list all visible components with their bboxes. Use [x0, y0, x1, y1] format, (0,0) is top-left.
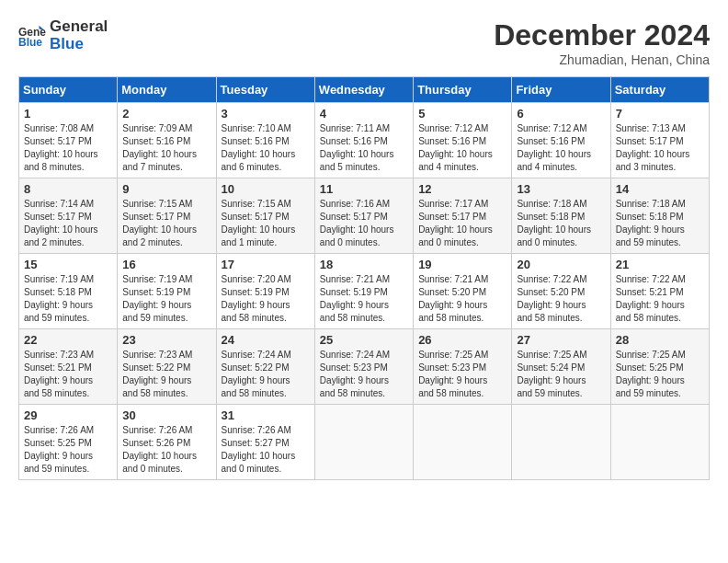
calendar-day-cell: 23Sunrise: 7:23 AM Sunset: 5:22 PM Dayli… [118, 329, 216, 405]
day-number: 29 [24, 408, 112, 422]
calendar-day-cell: 17Sunrise: 7:20 AM Sunset: 5:19 PM Dayli… [216, 254, 314, 329]
day-number: 12 [418, 182, 506, 196]
calendar-day-cell: 20Sunrise: 7:22 AM Sunset: 5:20 PM Dayli… [512, 254, 610, 329]
calendar-day-cell: 12Sunrise: 7:17 AM Sunset: 5:17 PM Dayli… [414, 178, 512, 254]
day-number: 13 [517, 182, 605, 196]
calendar-day-cell: 13Sunrise: 7:18 AM Sunset: 5:18 PM Dayli… [512, 178, 610, 254]
day-info: Sunrise: 7:11 AM Sunset: 5:16 PM Dayligh… [320, 122, 408, 174]
day-number: 5 [418, 107, 506, 121]
day-info: Sunrise: 7:18 AM Sunset: 5:18 PM Dayligh… [517, 198, 605, 249]
day-info: Sunrise: 7:19 AM Sunset: 5:19 PM Dayligh… [122, 273, 210, 325]
day-number: 20 [517, 258, 605, 271]
day-number: 7 [616, 107, 704, 121]
calendar-day-cell: 25Sunrise: 7:24 AM Sunset: 5:23 PM Dayli… [314, 329, 413, 405]
title-block: December 2024 Zhumadian, Henan, China [494, 18, 710, 67]
calendar-week-row: 1Sunrise: 7:08 AM Sunset: 5:17 PM Daylig… [19, 103, 710, 178]
calendar-day-cell: 16Sunrise: 7:19 AM Sunset: 5:19 PM Dayli… [118, 254, 216, 329]
day-number: 24 [222, 333, 310, 347]
day-number: 21 [616, 258, 704, 271]
day-number: 14 [616, 182, 704, 196]
day-info: Sunrise: 7:26 AM Sunset: 5:25 PM Dayligh… [24, 424, 112, 476]
weekday-header: Friday [512, 77, 610, 103]
day-number: 10 [222, 182, 310, 196]
day-number: 2 [122, 107, 210, 121]
day-info: Sunrise: 7:10 AM Sunset: 5:16 PM Dayligh… [222, 122, 310, 174]
day-info: Sunrise: 7:15 AM Sunset: 5:17 PM Dayligh… [122, 198, 210, 249]
calendar-week-row: 22Sunrise: 7:23 AM Sunset: 5:21 PM Dayli… [19, 329, 710, 405]
calendar-day-cell: 15Sunrise: 7:19 AM Sunset: 5:18 PM Dayli… [19, 254, 118, 329]
calendar-day-cell: 6Sunrise: 7:12 AM Sunset: 5:16 PM Daylig… [512, 103, 610, 178]
day-number: 11 [320, 182, 408, 196]
day-number: 4 [320, 107, 408, 121]
day-number: 23 [122, 333, 210, 347]
calendar-week-row: 8Sunrise: 7:14 AM Sunset: 5:17 PM Daylig… [19, 178, 710, 254]
day-number: 27 [517, 333, 605, 347]
calendar-day-cell [414, 405, 512, 480]
calendar-day-cell: 18Sunrise: 7:21 AM Sunset: 5:19 PM Dayli… [314, 254, 413, 329]
day-number: 17 [222, 258, 310, 271]
day-info: Sunrise: 7:24 AM Sunset: 5:22 PM Dayligh… [222, 349, 310, 400]
calendar-day-cell: 30Sunrise: 7:26 AM Sunset: 5:26 PM Dayli… [118, 405, 216, 480]
calendar-day-cell: 27Sunrise: 7:25 AM Sunset: 5:24 PM Dayli… [512, 329, 610, 405]
day-number: 18 [320, 258, 408, 271]
day-info: Sunrise: 7:16 AM Sunset: 5:17 PM Dayligh… [320, 198, 408, 249]
location: Zhumadian, Henan, China [494, 52, 710, 67]
calendar-day-cell: 11Sunrise: 7:16 AM Sunset: 5:17 PM Dayli… [314, 178, 413, 254]
calendar-day-cell: 2Sunrise: 7:09 AM Sunset: 5:16 PM Daylig… [118, 103, 216, 178]
weekday-header: Saturday [610, 77, 709, 103]
weekday-header: Sunday [19, 77, 118, 103]
weekday-header: Tuesday [216, 77, 314, 103]
day-number: 3 [222, 107, 310, 121]
day-info: Sunrise: 7:24 AM Sunset: 5:23 PM Dayligh… [320, 349, 408, 400]
day-info: Sunrise: 7:26 AM Sunset: 5:27 PM Dayligh… [222, 424, 310, 476]
logo-general: General [50, 18, 108, 36]
calendar-week-row: 15Sunrise: 7:19 AM Sunset: 5:18 PM Dayli… [19, 254, 710, 329]
calendar-day-cell: 21Sunrise: 7:22 AM Sunset: 5:21 PM Dayli… [610, 254, 709, 329]
calendar-day-cell: 1Sunrise: 7:08 AM Sunset: 5:17 PM Daylig… [19, 103, 118, 178]
day-number: 31 [222, 408, 310, 422]
day-info: Sunrise: 7:23 AM Sunset: 5:22 PM Dayligh… [122, 349, 210, 400]
day-info: Sunrise: 7:25 AM Sunset: 5:24 PM Dayligh… [517, 349, 605, 400]
svg-text:Blue: Blue [18, 35, 42, 48]
calendar-day-cell [610, 405, 709, 480]
month-title: December 2024 [494, 18, 710, 52]
calendar-table: SundayMondayTuesdayWednesdayThursdayFrid… [18, 76, 710, 480]
calendar-day-cell: 28Sunrise: 7:25 AM Sunset: 5:25 PM Dayli… [610, 329, 709, 405]
day-number: 19 [418, 258, 506, 271]
calendar-day-cell: 14Sunrise: 7:18 AM Sunset: 5:18 PM Dayli… [610, 178, 709, 254]
day-info: Sunrise: 7:13 AM Sunset: 5:17 PM Dayligh… [616, 122, 704, 174]
calendar-day-cell: 29Sunrise: 7:26 AM Sunset: 5:25 PM Dayli… [19, 405, 118, 480]
day-info: Sunrise: 7:26 AM Sunset: 5:26 PM Dayligh… [122, 424, 210, 476]
calendar-day-cell: 3Sunrise: 7:10 AM Sunset: 5:16 PM Daylig… [216, 103, 314, 178]
day-info: Sunrise: 7:21 AM Sunset: 5:19 PM Dayligh… [320, 273, 408, 325]
logo: General Blue General Blue [18, 18, 108, 52]
day-info: Sunrise: 7:23 AM Sunset: 5:21 PM Dayligh… [24, 349, 112, 400]
calendar-day-cell: 4Sunrise: 7:11 AM Sunset: 5:16 PM Daylig… [314, 103, 413, 178]
day-info: Sunrise: 7:18 AM Sunset: 5:18 PM Dayligh… [616, 198, 704, 249]
day-number: 26 [418, 333, 506, 347]
calendar-day-cell: 10Sunrise: 7:15 AM Sunset: 5:17 PM Dayli… [216, 178, 314, 254]
calendar-body: 1Sunrise: 7:08 AM Sunset: 5:17 PM Daylig… [19, 103, 710, 480]
day-info: Sunrise: 7:12 AM Sunset: 5:16 PM Dayligh… [418, 122, 506, 174]
logo-blue: Blue [50, 36, 84, 53]
day-number: 8 [24, 182, 112, 196]
day-number: 28 [616, 333, 704, 347]
calendar-header-row: SundayMondayTuesdayWednesdayThursdayFrid… [19, 77, 710, 103]
day-info: Sunrise: 7:15 AM Sunset: 5:17 PM Dayligh… [222, 198, 310, 249]
day-number: 22 [24, 333, 112, 347]
day-number: 30 [122, 408, 210, 422]
day-info: Sunrise: 7:22 AM Sunset: 5:20 PM Dayligh… [517, 273, 605, 325]
day-info: Sunrise: 7:08 AM Sunset: 5:17 PM Dayligh… [24, 122, 112, 174]
day-info: Sunrise: 7:25 AM Sunset: 5:23 PM Dayligh… [418, 349, 506, 400]
calendar-day-cell: 5Sunrise: 7:12 AM Sunset: 5:16 PM Daylig… [414, 103, 512, 178]
day-number: 9 [122, 182, 210, 196]
calendar-day-cell: 22Sunrise: 7:23 AM Sunset: 5:21 PM Dayli… [19, 329, 118, 405]
day-number: 25 [320, 333, 408, 347]
calendar-day-cell [314, 405, 413, 480]
calendar-day-cell: 9Sunrise: 7:15 AM Sunset: 5:17 PM Daylig… [118, 178, 216, 254]
calendar-day-cell: 8Sunrise: 7:14 AM Sunset: 5:17 PM Daylig… [19, 178, 118, 254]
calendar-day-cell: 26Sunrise: 7:25 AM Sunset: 5:23 PM Dayli… [414, 329, 512, 405]
calendar-day-cell: 24Sunrise: 7:24 AM Sunset: 5:22 PM Dayli… [216, 329, 314, 405]
weekday-header: Thursday [414, 77, 512, 103]
day-info: Sunrise: 7:17 AM Sunset: 5:17 PM Dayligh… [418, 198, 506, 249]
